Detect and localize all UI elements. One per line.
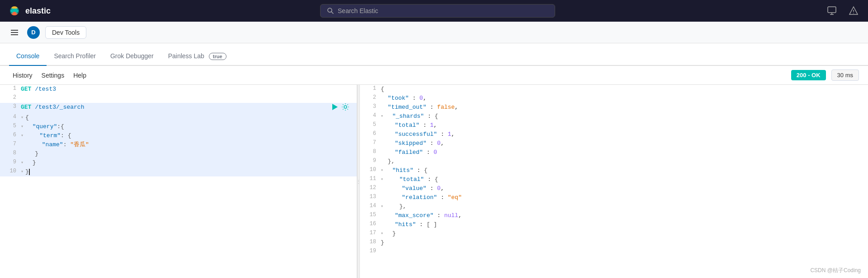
editor-line-3: 3 GET /test3/_search xyxy=(0,103,357,113)
avatar-button[interactable]: D xyxy=(27,26,40,39)
secondary-nav: D Dev Tools xyxy=(0,22,868,43)
out-line-3: 3 "timed_out" : false, xyxy=(360,103,868,112)
main-content: 1 GET /test3 2 3 GET /test3/_search xyxy=(0,85,868,278)
svg-point-17 xyxy=(344,106,347,108)
out-line-11: 11 ▾ "total" : { xyxy=(360,175,868,184)
out-line-13: 13 "relation" : "eq" xyxy=(360,193,868,202)
tabs-bar: Console Search Profiler Grok Debugger Pa… xyxy=(0,43,868,66)
out-line-16: 16 "hits" : [ ] xyxy=(360,220,868,229)
out-line-4: 4 ▾ "_shards" : { xyxy=(360,112,868,121)
editor-line-6: 6 ▾ "term": { xyxy=(0,131,357,140)
out-line-10: 10 ▾ "hits" : { xyxy=(360,166,868,175)
settings-button[interactable]: Settings xyxy=(38,70,68,81)
out-line-7: 7 "skipped" : 0, xyxy=(360,139,868,148)
hamburger-icon xyxy=(10,28,19,37)
svg-rect-8 xyxy=(828,7,836,13)
out-line-8: 8 "failed" : 0 xyxy=(360,148,868,157)
editor-line-8: 8 } xyxy=(0,149,357,158)
search-bar[interactable]: Search Elastic xyxy=(320,4,555,18)
alert-icon xyxy=(849,6,859,16)
hamburger-button[interactable] xyxy=(7,25,22,40)
elastic-logo[interactable]: elastic xyxy=(7,4,51,18)
out-line-6: 6 "successful" : 1, xyxy=(360,130,868,139)
editor-line-5: 5 ▾ "query":{ xyxy=(0,122,357,131)
svg-point-4 xyxy=(10,8,14,14)
out-line-19: 19 xyxy=(360,247,868,256)
run-query-icon[interactable] xyxy=(330,103,339,113)
editor-line-9: 9 ▾ } xyxy=(0,158,357,167)
out-line-9: 9 }, xyxy=(360,157,868,166)
search-bar-placeholder: Search Elastic xyxy=(338,7,378,14)
nav-right xyxy=(825,4,861,18)
search-bar-container: Search Elastic xyxy=(58,4,817,18)
line-actions xyxy=(330,103,353,113)
elastic-logo-text: elastic xyxy=(25,6,51,16)
beta-badge: true xyxy=(209,53,226,60)
editor-line-1: 1 GET /test3 xyxy=(0,85,357,94)
monitor-icon-btn[interactable] xyxy=(825,4,839,18)
editor-line-2: 2 xyxy=(0,94,357,103)
search-icon xyxy=(327,7,334,14)
tab-painless-lab[interactable]: Painless Lab true xyxy=(161,47,234,66)
editor-pane[interactable]: 1 GET /test3 2 3 GET /test3/_search xyxy=(0,85,357,278)
out-line-1: 1 { xyxy=(360,85,868,94)
out-line-15: 15 "max_score" : null, xyxy=(360,211,868,220)
monitor-icon xyxy=(827,6,837,16)
tab-search-profiler[interactable]: Search Profiler xyxy=(47,47,103,66)
help-button[interactable]: Help xyxy=(70,70,90,81)
watermark: CSDN @桔子Coding xyxy=(810,267,861,274)
tab-grok-debugger[interactable]: Grok Debugger xyxy=(103,47,161,66)
svg-point-12 xyxy=(853,13,854,14)
out-line-2: 2 "took" : 0, xyxy=(360,94,868,103)
out-line-17: 17 ▾ } xyxy=(360,229,868,238)
out-line-18: 18 } xyxy=(360,238,868,247)
alert-icon-btn[interactable] xyxy=(846,4,861,18)
editor-line-4: 4 ▾ { xyxy=(0,113,357,122)
status-badge: 200 - OK xyxy=(791,70,826,80)
toolbar: History Settings Help 200 - OK 30 ms xyxy=(0,66,868,85)
app-title-button[interactable]: Dev Tools xyxy=(45,26,86,39)
editor-line-7: 7 "name": "香瓜" xyxy=(0,140,357,149)
out-line-14: 14 ▾ }, xyxy=(360,202,868,211)
top-nav: elastic Search Elastic xyxy=(0,0,868,22)
history-button[interactable]: History xyxy=(9,70,36,81)
out-line-5: 5 "total" : 1, xyxy=(360,121,868,130)
output-pane: 1 { 2 "took" : 0, 3 "timed_out" : false,… xyxy=(360,85,868,278)
out-line-12: 12 "value" : 0, xyxy=(360,184,868,193)
editor-line-10: 10 ▾ } xyxy=(0,167,357,176)
svg-point-5 xyxy=(15,8,19,14)
svg-marker-16 xyxy=(332,104,338,110)
time-badge: 30 ms xyxy=(831,70,859,81)
elastic-logo-icon xyxy=(7,4,22,18)
svg-line-7 xyxy=(331,12,333,14)
tab-console[interactable]: Console xyxy=(9,47,47,66)
query-options-icon[interactable] xyxy=(341,103,349,113)
